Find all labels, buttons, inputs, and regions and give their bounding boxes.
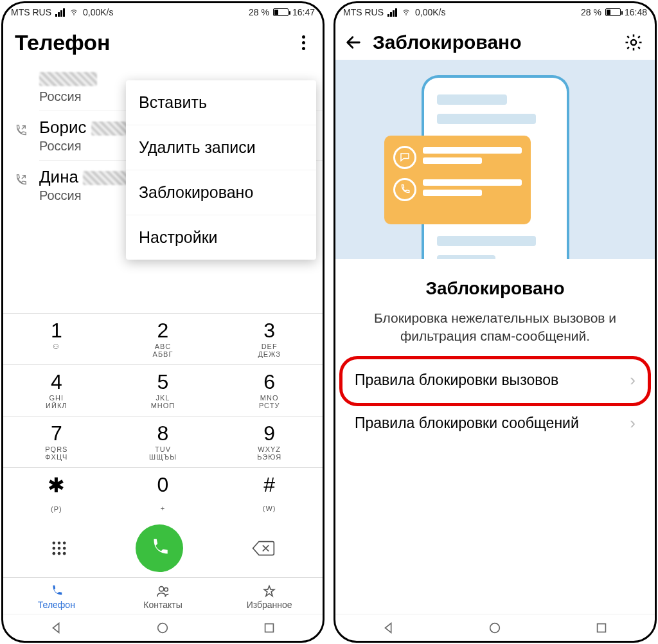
dial-key-6[interactable]: 6MNOРСТУ — [216, 364, 323, 416]
phone-screen-left: MTS RUS 0,00K/s 28 % 16:47 Телефон Росси… — [1, 1, 325, 643]
dialpad: 1⚇ 2ABCАБВГ 3DEFДЕЖЗ 4GHIИЙКЛ 5JKLМНОП 6… — [3, 313, 323, 519]
svg-rect-13 — [265, 623, 274, 632]
svg-point-6 — [62, 547, 66, 550]
app-header: Заблокировано — [335, 21, 655, 60]
backspace-icon[interactable] — [251, 539, 276, 557]
battery-icon — [605, 8, 621, 16]
menu-item-settings[interactable]: Настройки — [126, 215, 316, 260]
phone-icon — [148, 537, 170, 559]
keypad-icon[interactable] — [50, 539, 68, 557]
nav-recent-icon[interactable] — [594, 621, 609, 635]
card-illustration — [384, 136, 531, 224]
signal-icon — [55, 8, 65, 17]
settings-button[interactable] — [624, 33, 643, 52]
tab-contacts[interactable]: Контакты — [110, 578, 217, 614]
nav-home-icon[interactable] — [488, 621, 502, 635]
dial-key-8[interactable]: 8TUVШЩЪЫ — [110, 416, 217, 467]
menu-item-paste[interactable]: Вставить — [126, 80, 316, 125]
dial-key-2[interactable]: 2ABCАБВГ — [110, 313, 217, 364]
svg-point-0 — [73, 14, 75, 15]
dial-key-7[interactable]: 7PQRSФХЦЧ — [3, 416, 110, 467]
call-name: Борис — [39, 118, 87, 137]
svg-point-8 — [57, 552, 60, 555]
call-name: Дина — [39, 167, 78, 186]
contacts-tab-icon — [155, 584, 172, 598]
nav-home-icon[interactable] — [156, 621, 170, 635]
blocked-section: Заблокировано Блокировка нежелательных в… — [335, 259, 655, 359]
dial-key-hash[interactable]: # (W) — [216, 467, 323, 519]
battery-pct: 28 % — [249, 7, 269, 17]
menu-item-delete[interactable]: Удалить записи — [126, 125, 316, 170]
phone-tab-icon — [48, 584, 65, 598]
svg-point-15 — [631, 40, 636, 45]
message-blocking-rules-row[interactable]: Правила блокировки сообщений › — [338, 402, 652, 445]
chevron-right-icon: › — [630, 413, 636, 433]
star-tab-icon — [261, 584, 278, 598]
system-nav — [335, 614, 655, 641]
dial-key-4[interactable]: 4GHIИЙКЛ — [3, 364, 110, 416]
app-header: Телефон — [3, 21, 323, 62]
system-nav — [3, 614, 323, 641]
chat-block-icon — [393, 146, 416, 169]
page-title: Телефон — [15, 30, 111, 55]
tab-phone[interactable]: Телефон — [3, 578, 110, 614]
svg-point-12 — [158, 623, 168, 632]
menu-item-blocked[interactable]: Заблокировано — [126, 170, 316, 215]
nav-back-icon[interactable] — [49, 621, 64, 635]
phone-illustration — [422, 75, 569, 259]
dial-key-star[interactable]: ✱ (P) — [3, 467, 110, 519]
dial-key-1[interactable]: 1⚇ — [3, 313, 110, 364]
chevron-right-icon: › — [630, 370, 636, 390]
call-block-icon — [393, 178, 416, 201]
dial-key-5[interactable]: 5JKLМНОП — [110, 364, 217, 416]
speed-label: 0,00K/s — [415, 7, 445, 17]
svg-point-10 — [159, 587, 163, 591]
row-label: Правила блокировки вызовов — [355, 371, 558, 389]
page-title: Заблокировано — [373, 31, 522, 53]
call-button[interactable] — [136, 524, 183, 572]
speed-label: 0,00K/s — [83, 7, 113, 17]
redacted-name — [39, 72, 97, 86]
status-bar: MTS RUS 0,00K/s 28 % 16:47 — [3, 3, 323, 21]
dial-key-9[interactable]: 9WXYZЬЭЮЯ — [216, 416, 323, 467]
call-blocking-rules-row[interactable]: Правила блокировки вызовов › — [338, 359, 652, 402]
carrier-label: MTS RUS — [343, 7, 384, 17]
svg-point-1 — [52, 542, 55, 545]
dial-key-0[interactable]: 0 + — [110, 467, 217, 519]
svg-point-9 — [62, 552, 66, 555]
svg-point-16 — [490, 623, 500, 632]
clock: 16:48 — [625, 7, 647, 17]
carrier-label: MTS RUS — [11, 7, 51, 17]
signal-icon — [387, 8, 397, 17]
illustration-banner — [335, 60, 655, 259]
svg-point-7 — [52, 552, 55, 555]
overflow-menu: Вставить Удалить записи Заблокировано На… — [126, 80, 316, 260]
overflow-menu-button[interactable] — [296, 35, 311, 51]
nav-back-icon[interactable] — [382, 621, 396, 635]
svg-point-2 — [57, 542, 60, 545]
dial-action-row — [3, 519, 323, 577]
wifi-icon — [69, 8, 79, 16]
status-bar: MTS RUS 0,00K/s 28 % 16:48 — [335, 3, 655, 21]
svg-point-5 — [57, 547, 60, 550]
svg-point-14 — [405, 14, 407, 15]
clock: 16:47 — [292, 7, 315, 17]
phone-screen-right: MTS RUS 0,00K/s 28 % 16:48 Заблокировано — [333, 1, 657, 643]
row-label: Правила блокировки сообщений — [355, 415, 579, 432]
svg-point-11 — [164, 588, 168, 592]
nav-recent-icon[interactable] — [262, 621, 276, 635]
wifi-icon — [401, 8, 411, 16]
svg-point-4 — [52, 547, 55, 550]
battery-pct: 28 % — [581, 7, 601, 17]
outgoing-call-icon — [13, 174, 28, 188]
bottom-tabs: Телефон Контакты Избранное — [3, 577, 323, 614]
section-title: Заблокировано — [357, 278, 633, 299]
section-description: Блокировка нежелательных вызовов и фильт… — [357, 309, 633, 346]
back-button[interactable] — [344, 33, 362, 51]
battery-icon — [273, 8, 289, 16]
svg-point-3 — [62, 542, 66, 545]
outgoing-call-icon — [13, 124, 28, 138]
dial-key-3[interactable]: 3DEFДЕЖЗ — [216, 313, 323, 364]
svg-rect-17 — [598, 623, 606, 632]
tab-favorites[interactable]: Избранное — [216, 578, 323, 614]
